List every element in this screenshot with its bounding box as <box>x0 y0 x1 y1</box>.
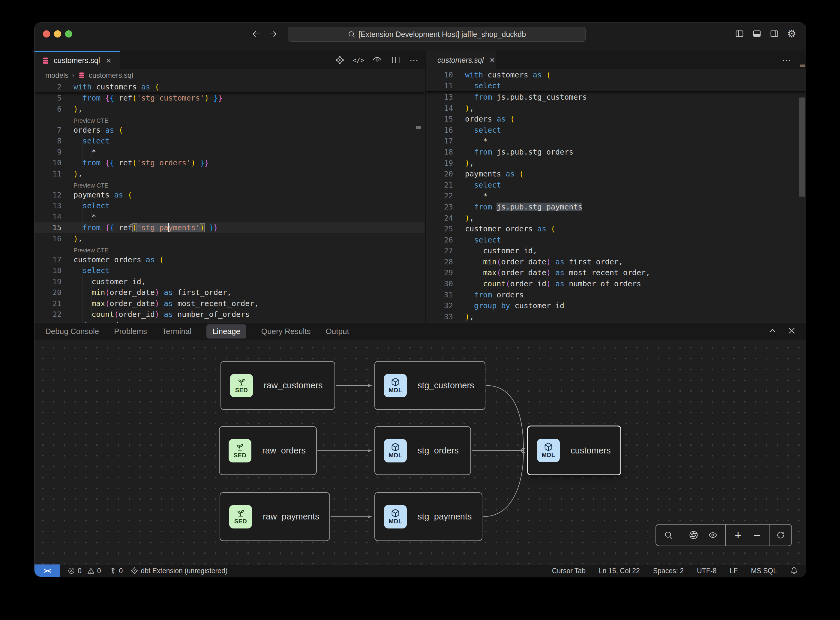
code-line-24[interactable]: 24), <box>426 212 806 224</box>
code-line-13[interactable]: 13 from js.pub.stg_customers <box>426 92 806 102</box>
code-line-19[interactable]: 19), <box>426 158 806 169</box>
code-line-27[interactable]: 27 customer_id, <box>426 245 806 257</box>
cursor-mode-status[interactable]: Cursor Tab <box>552 567 586 575</box>
code-line-20[interactable]: 20payments as ( <box>426 169 806 179</box>
lineage-canvas[interactable]: SEDraw_customersMDLstg_customersSEDraw_o… <box>35 340 806 564</box>
code-line-22[interactable]: 22 * <box>426 191 806 202</box>
panel-tab-terminal[interactable]: Terminal <box>162 327 191 336</box>
breadcrumb-folder[interactable]: models <box>45 71 68 80</box>
codelens-preview-cte[interactable]: Preview CTE <box>35 179 424 190</box>
lineage-node-raw_payments[interactable]: SEDraw_payments <box>219 492 330 541</box>
code-line-21[interactable]: 21 max(order_date) as most_recent_order, <box>35 298 424 309</box>
encoding-status[interactable]: UTF-8 <box>697 567 717 575</box>
code-line-10[interactable]: 10with customers as ( <box>426 69 806 80</box>
toggle-secondary-sidebar-icon[interactable] <box>769 29 779 39</box>
minimize-window-button[interactable] <box>54 30 61 38</box>
split-editor-icon[interactable] <box>390 55 401 65</box>
problems-status[interactable]: 0 0 <box>68 567 101 575</box>
eol-status[interactable]: LF <box>730 567 738 575</box>
codelens-preview-cte[interactable]: Preview CTE <box>35 244 424 254</box>
code-line-22[interactable]: 22 count(order_id) as number_of_orders <box>35 309 424 320</box>
code-line-11[interactable]: 11), <box>35 169 424 179</box>
lineage-node-stg_customers[interactable]: MDLstg_customers <box>374 361 485 410</box>
code-line-18[interactable]: 18 select <box>35 265 424 276</box>
breadcrumb-file[interactable]: customers.sql <box>89 71 133 80</box>
back-icon[interactable] <box>251 29 261 39</box>
code-line-26[interactable]: 26 select <box>426 234 806 245</box>
preview-eye-icon[interactable] <box>372 55 383 65</box>
code-line-13[interactable]: 13 select <box>35 200 424 211</box>
code-line-6[interactable]: 6), <box>35 104 424 114</box>
editor-right[interactable]: 10with customers as (11 select 13 from j… <box>426 69 806 323</box>
aperture-icon[interactable] <box>687 528 700 542</box>
command-center-search[interactable]: [Extension Development Host] jaffle_shop… <box>288 27 586 42</box>
code-line-2[interactable]: 2with customers as ( <box>35 81 424 92</box>
cursor-position-status[interactable]: Ln 15, Col 22 <box>599 567 640 575</box>
indentation-status[interactable]: Spaces: 2 <box>653 567 684 575</box>
lineage-node-raw_orders[interactable]: SEDraw_orders <box>219 426 317 475</box>
code-line-15[interactable]: 15orders as ( <box>426 113 806 125</box>
code-line-16[interactable]: 16), <box>35 233 424 244</box>
code-line-11[interactable]: 11 select <box>426 80 806 92</box>
code-line-12[interactable]: 12payments as ( <box>35 190 424 200</box>
code-line-16[interactable]: 16 select <box>426 125 806 135</box>
lineage-node-stg_orders[interactable]: MDLstg_orders <box>374 426 471 475</box>
code-line-25[interactable]: 25customer_orders as ( <box>426 223 806 234</box>
tab-customers-sql-left[interactable]: customers.sql × <box>35 51 120 69</box>
maximize-panel-icon[interactable] <box>767 325 778 336</box>
refresh-icon[interactable] <box>774 528 787 542</box>
code-line-18[interactable]: 18 from js.pub.stg_orders <box>426 146 806 158</box>
code-line-5[interactable]: 5 from {{ ref('stg_customers') }} <box>35 93 424 104</box>
panel-tab-lineage[interactable]: Lineage <box>206 324 246 339</box>
eye-icon[interactable] <box>706 528 720 542</box>
code-line-7[interactable]: 7orders as ( <box>35 125 424 135</box>
panel-tab-problems[interactable]: Problems <box>114 327 147 336</box>
lineage-node-customers[interactable]: MDLcustomers <box>527 426 621 476</box>
editor-group-divider[interactable] <box>425 51 426 323</box>
code-line-17[interactable]: 17 * <box>426 135 806 147</box>
gear-icon[interactable]: ⚙ <box>787 29 797 39</box>
editor-left[interactable]: 2with customers as ( 5 from {{ ref('stg_… <box>35 81 424 323</box>
code-line-15[interactable]: 15 from {{ ref('stg_payments') }} <box>35 223 424 233</box>
search-icon[interactable] <box>662 528 675 542</box>
code-line-14[interactable]: 14 * <box>35 211 424 223</box>
codelens-preview-cte[interactable]: Preview CTE <box>35 114 424 125</box>
zoom-in-icon[interactable]: + <box>732 528 745 542</box>
code-line-33[interactable]: 33), <box>426 311 806 322</box>
code-line-28[interactable]: 28 min(order_date) as first_order, <box>426 256 806 267</box>
close-tab-icon[interactable]: × <box>490 55 495 65</box>
code-line-10[interactable]: 10 from {{ ref('stg_orders') }} <box>35 158 424 169</box>
tab-customers-sql-right[interactable]: customers.sql × <box>426 51 496 69</box>
code-line-23[interactable]: 23 from orders <box>35 320 424 323</box>
lineage-node-stg_payments[interactable]: MDLstg_payments <box>374 492 482 541</box>
code-line-21[interactable]: 21 select <box>426 179 806 191</box>
remote-indicator[interactable]: >< <box>35 564 60 577</box>
panel-tab-output[interactable]: Output <box>326 327 349 336</box>
lineage-node-raw_customers[interactable]: SEDraw_customers <box>221 361 335 410</box>
ports-status[interactable]: 0 <box>109 567 123 575</box>
code-line-19[interactable]: 19 customer_id, <box>35 276 424 287</box>
maximize-window-button[interactable] <box>65 30 72 38</box>
language-mode-status[interactable]: MS SQL <box>751 567 777 575</box>
more-actions-icon[interactable]: ⋯ <box>781 55 792 65</box>
code-line-9[interactable]: 9 * <box>35 146 424 158</box>
close-tab-icon[interactable]: × <box>106 56 111 66</box>
scrollbar-right-editor[interactable] <box>799 98 805 197</box>
dbt-icon[interactable] <box>335 55 345 65</box>
compiled-code-icon[interactable]: </> <box>353 55 364 65</box>
forward-icon[interactable] <box>269 29 278 39</box>
code-line-30[interactable]: 30 count(order_id) as number_of_orders <box>426 278 806 289</box>
dbt-extension-status[interactable]: dbt Extension (unregistered) <box>131 567 227 575</box>
close-panel-icon[interactable] <box>786 325 797 336</box>
zoom-out-icon[interactable]: − <box>750 528 763 542</box>
code-line-17[interactable]: 17customer_orders as ( <box>35 254 424 265</box>
more-actions-icon[interactable]: ⋯ <box>409 55 420 65</box>
toggle-primary-sidebar-icon[interactable] <box>735 29 745 39</box>
close-window-button[interactable] <box>43 30 50 38</box>
toggle-panel-icon[interactable] <box>752 29 762 39</box>
code-line-31[interactable]: 31 from orders <box>426 289 806 300</box>
notifications-bell[interactable] <box>790 567 798 575</box>
code-line-8[interactable]: 8 select <box>35 135 424 146</box>
code-line-14[interactable]: 14), <box>426 102 806 114</box>
panel-tab-debug-console[interactable]: Debug Console <box>45 327 99 336</box>
